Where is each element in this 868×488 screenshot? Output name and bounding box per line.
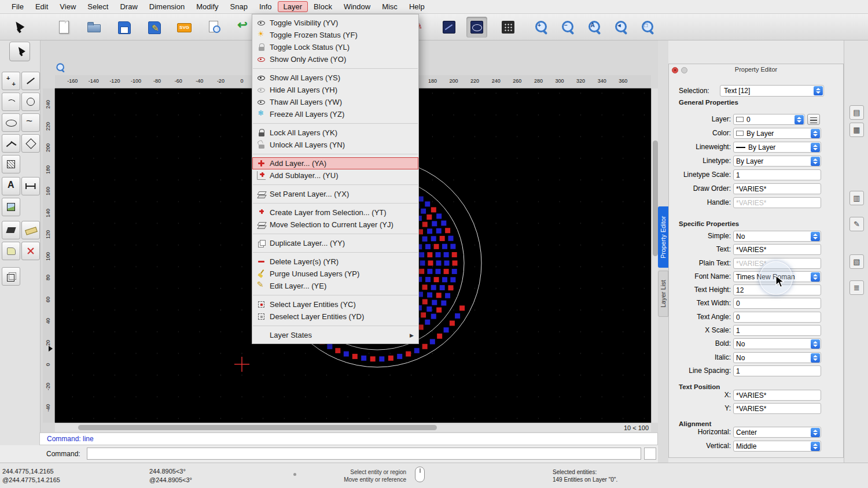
- menu-item-show-only-active-yo[interactable]: Show Only Active (YO): [252, 53, 418, 65]
- menu-item-layer-states[interactable]: Layer States▶: [252, 329, 418, 341]
- image-tool-button[interactable]: [2, 198, 20, 216]
- pointer-tool-button[interactable]: [9, 42, 30, 61]
- menu-item-deselect-layer-entities-yd[interactable]: Deselect Layer Entities (YD): [252, 310, 418, 323]
- grid-toggle-button[interactable]: [498, 17, 518, 38]
- menubar-item-help[interactable]: Help: [403, 1, 431, 12]
- point-tool-button[interactable]: [2, 72, 20, 90]
- command-options-button[interactable]: [644, 448, 656, 460]
- property-field-lineweight[interactable]: By Layer: [733, 142, 821, 153]
- panel-icon-list[interactable]: ▤: [849, 105, 864, 120]
- menubar-item-draw[interactable]: Draw: [114, 1, 143, 12]
- menubar-item-window[interactable]: Window: [338, 1, 376, 12]
- ruler-zoom-icon[interactable]: [56, 62, 66, 74]
- selection-dropdown[interactable]: Text [12]: [720, 85, 824, 97]
- menu-item-select-layer-entities-yc[interactable]: Select Layer Entities (YC): [252, 298, 418, 310]
- menu-item-set-parent-layer-yx[interactable]: Set Parent Layer... (YX): [252, 188, 418, 200]
- property-field-handle[interactable]: *VARIES*: [733, 197, 821, 208]
- menubar-item-select[interactable]: Select: [82, 1, 114, 12]
- panel-icon-grid[interactable]: ▦: [849, 123, 864, 137]
- property-field-vertical[interactable]: Middle: [733, 441, 821, 452]
- hatch-tool-button[interactable]: [2, 155, 20, 173]
- stepper-icon[interactable]: [811, 442, 820, 451]
- tab-property-editor[interactable]: Property Editor: [658, 206, 668, 268]
- stepper-icon[interactable]: [811, 129, 820, 138]
- dimension-tool-button[interactable]: [21, 177, 40, 195]
- auto-zoom-button[interactable]: A: [584, 17, 605, 38]
- new-file-button[interactable]: [53, 17, 74, 38]
- solid-fill-tool-button[interactable]: [2, 221, 20, 239]
- menubar-item-view[interactable]: View: [54, 1, 82, 12]
- stepper-icon[interactable]: [811, 157, 820, 166]
- menu-item-move-selection-to-current-layer-yj[interactable]: Move Selection to Current Layer (YJ): [252, 219, 418, 231]
- menu-item-thaw-all-layers-yw[interactable]: Thaw All Layers (YW): [252, 96, 418, 108]
- print-preview-button[interactable]: [204, 17, 225, 38]
- stepper-icon[interactable]: [811, 339, 820, 349]
- menu-item-lock-all-layers-yk[interactable]: Lock All Layers (YK): [252, 127, 418, 139]
- stepper-icon[interactable]: [811, 428, 820, 437]
- menu-item-delete-layer-s-yr[interactable]: Delete Layer(s) (YR): [252, 256, 418, 268]
- polyline-tool-button[interactable]: [2, 134, 20, 153]
- property-field-y[interactable]: *VARIES*: [733, 403, 821, 414]
- ellipse-tool-button[interactable]: [2, 113, 20, 132]
- measure-tool-button[interactable]: [21, 221, 40, 239]
- save-button[interactable]: [113, 17, 134, 38]
- menubar-item-misc[interactable]: Misc: [376, 1, 403, 12]
- line-tool-button[interactable]: [21, 72, 40, 90]
- menubar-item-block[interactable]: Block: [308, 1, 338, 12]
- menu-item-add-sublayer-yu[interactable]: Add Sublayer... (YU): [252, 169, 418, 182]
- menu-item-add-layer-ya[interactable]: Add Layer... (YA): [252, 157, 418, 169]
- property-field-text-angle[interactable]: 0: [733, 312, 821, 323]
- property-field-linetype-scale[interactable]: 1: [733, 169, 821, 180]
- menubar-item-modify[interactable]: Modify: [190, 1, 224, 12]
- property-field-bold[interactable]: No: [733, 338, 821, 349]
- property-field-x-scale[interactable]: 1: [733, 325, 821, 336]
- vertical-scrollbar-thumb[interactable]: [653, 141, 658, 256]
- menubar-item-file[interactable]: File: [6, 1, 30, 12]
- property-field-x[interactable]: *VARIES*: [733, 390, 821, 401]
- spline-tool-button[interactable]: [21, 113, 40, 132]
- menu-item-freeze-all-layers-yz[interactable]: Freeze All Layers (YZ): [252, 108, 418, 120]
- panel-icon-pencil[interactable]: ✎: [849, 217, 864, 231]
- property-field-line-spacing[interactable]: 1: [733, 365, 821, 376]
- property-field-horizontal[interactable]: Center: [733, 427, 821, 438]
- previous-view-button[interactable]: ◂: [611, 17, 632, 38]
- circle-tool-button[interactable]: [21, 93, 40, 111]
- modify-tool-button[interactable]: [21, 242, 40, 260]
- stepper-icon[interactable]: [814, 86, 823, 95]
- horizontal-scrollbar-thumb[interactable]: [78, 425, 437, 430]
- horizontal-scrollbar[interactable]: 10 < 100: [55, 423, 651, 432]
- stepper-icon[interactable]: [811, 272, 820, 282]
- command-input[interactable]: [87, 448, 641, 460]
- stepper-icon[interactable]: [811, 232, 820, 241]
- menubar-item-dimension[interactable]: Dimension: [144, 1, 190, 12]
- menu-item-toggle-lock-status-yl[interactable]: Toggle Lock Status (YL): [252, 41, 418, 53]
- panel-icon-library[interactable]: ▧: [849, 254, 864, 269]
- zoom-out-button[interactable]: −: [558, 17, 579, 38]
- ellipse-mode-button[interactable]: [466, 17, 487, 38]
- zoom-in-button[interactable]: +: [531, 17, 552, 38]
- stepper-icon[interactable]: [811, 143, 820, 152]
- menu-item-toggle-visibility-yv[interactable]: Toggle Visibility (YV): [252, 17, 418, 29]
- property-field-draw-order[interactable]: *VARIES*: [733, 183, 821, 194]
- menu-item-create-layer-from-selection-yt[interactable]: Create Layer from Selection... (YT): [252, 206, 418, 219]
- property-field-linetype[interactable]: By Layer: [733, 156, 821, 167]
- menu-item-show-all-layers-ys[interactable]: Show All Layers (YS): [252, 72, 418, 84]
- property-field-italic[interactable]: No: [733, 352, 821, 363]
- shape-tool-button[interactable]: [2, 242, 20, 260]
- selection-tool-button[interactable]: [7, 17, 28, 38]
- tab-layer-list[interactable]: Layer List: [658, 271, 668, 317]
- panel-icon-layers[interactable]: ≣: [849, 280, 864, 295]
- stepper-icon[interactable]: [811, 353, 820, 363]
- menu-item-edit-layer-ye[interactable]: Edit Layer... (YE): [252, 280, 418, 292]
- menu-item-hide-all-layers-yh[interactable]: Hide All Layers (YH): [252, 84, 418, 96]
- menu-item-unlock-all-layers-yn[interactable]: Unlock All Layers (YN): [252, 139, 418, 151]
- box3d-tool-button[interactable]: [2, 267, 20, 286]
- property-field-color[interactable]: By Layer: [733, 128, 821, 139]
- open-file-button[interactable]: [83, 17, 104, 38]
- menu-item-toggle-frozen-status-yf[interactable]: Toggle Frozen Status (YF): [252, 29, 418, 41]
- menu-item-purge-unused-layers-yp[interactable]: Purge Unused Layers (YP): [252, 268, 418, 280]
- save-as-button[interactable]: [144, 17, 164, 38]
- menubar-item-snap[interactable]: Snap: [225, 1, 253, 12]
- property-field-simple[interactable]: No: [733, 231, 821, 242]
- svg-export-button[interactable]: [174, 17, 194, 38]
